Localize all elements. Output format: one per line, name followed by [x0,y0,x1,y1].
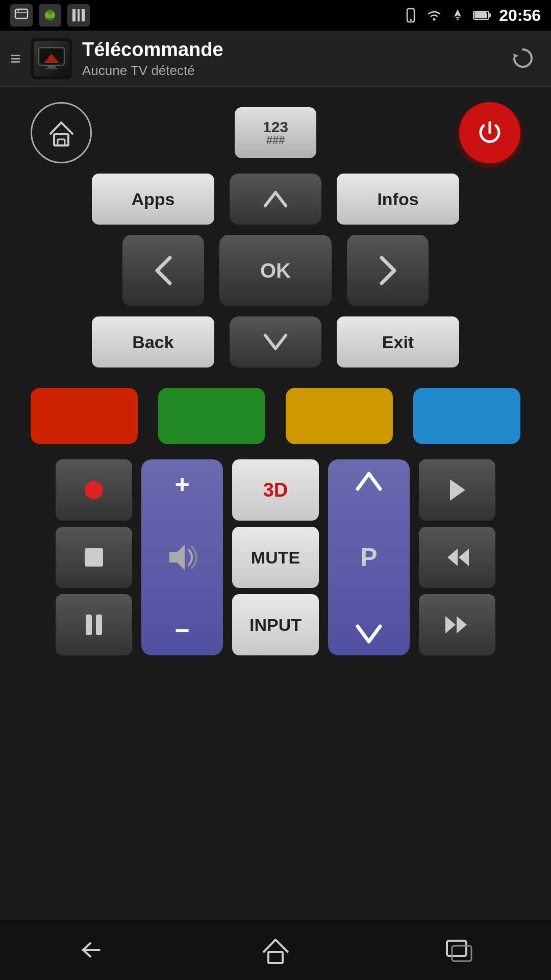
right-button[interactable] [347,235,429,306]
svg-point-2 [18,10,19,12]
col-media-left [56,459,132,655]
record-button[interactable] [56,459,132,521]
svg-rect-0 [15,9,28,18]
channel-p-label: P [360,543,377,572]
pause-icon [86,615,102,635]
svg-rect-14 [474,12,487,18]
back-button[interactable]: Back [92,316,214,368]
row-color-buttons [20,388,531,444]
svg-point-4 [47,10,53,15]
vol-minus-icon[interactable]: − [174,616,189,645]
left-button[interactable] [122,235,204,306]
3d-button[interactable]: 3D [232,459,319,521]
app-logo [31,38,72,79]
status-time: 20:56 [499,6,541,25]
svg-point-11 [410,19,412,21]
battery-icon [472,8,492,23]
down-button[interactable] [230,316,321,368]
volume-control[interactable]: + − [141,459,223,655]
svg-rect-23 [268,952,283,963]
red-button[interactable] [31,388,138,444]
stop-button[interactable] [56,527,132,588]
row-top: 123 ### [20,102,531,163]
blue-button[interactable] [413,388,520,444]
home-button[interactable] [31,102,92,163]
remote-control-area: 123 ### Apps Infos [0,87,551,671]
phone-icon [403,8,418,23]
channel-down-icon[interactable] [354,622,384,645]
channel-up-icon[interactable] [354,470,384,493]
menu-icon[interactable]: ≡ [10,48,21,69]
infos-button[interactable]: Infos [337,174,459,225]
app-subtitle: Aucune TV détecté [82,63,505,79]
status-app-icon-3 [67,4,90,27]
svg-point-12 [433,18,436,21]
app-header: ≡ Télécommande Aucune TV détecté [0,31,551,87]
volume-speaker-icon [164,540,200,575]
app-title: Télécommande [82,39,505,61]
green-button[interactable] [158,388,265,444]
col-media-right [419,459,495,655]
svg-rect-8 [72,9,73,21]
status-app-icon-2 [39,4,61,27]
record-icon [85,481,103,499]
status-bar-right: 20:56 [403,6,541,25]
rewind-button[interactable] [419,527,495,588]
header-text: Télécommande Aucune TV détecté [82,39,505,79]
pause-button[interactable] [56,594,132,655]
svg-rect-5 [73,9,76,21]
yellow-button[interactable] [286,388,393,444]
apps-button[interactable]: Apps [92,174,214,225]
nav-recents-button[interactable] [434,929,485,970]
svg-rect-18 [47,65,56,68]
row-nav-top: Apps Infos [20,174,531,225]
row-center: OK [20,235,531,306]
svg-rect-7 [82,9,84,21]
stop-icon [85,548,103,567]
airplane-icon [450,8,465,23]
row-bottom-controls: + − 3D MUTE INPUT [20,459,531,655]
wifi-icon [425,8,443,23]
bottom-nav-bar [0,919,551,980]
status-bar: 20:56 [0,0,551,31]
fastforward-button[interactable] [419,594,495,655]
col-center-btns: 3D MUTE INPUT [232,459,319,655]
status-bar-left [10,4,90,27]
svg-rect-6 [78,9,80,21]
channel-control[interactable]: P [328,459,410,655]
svg-rect-9 [84,9,85,21]
svg-rect-15 [489,13,491,17]
nav-back-button[interactable] [66,929,117,970]
exit-button[interactable]: Exit [337,316,459,368]
play-button[interactable] [419,459,495,521]
mute-button[interactable]: MUTE [232,527,319,588]
row-nav-bottom: Back Exit [20,316,531,368]
ok-button[interactable]: OK [219,235,332,306]
refresh-button[interactable] [505,41,541,77]
nav-home-button[interactable] [250,929,301,970]
up-button[interactable] [230,174,321,225]
vol-plus-icon[interactable]: + [174,470,189,499]
svg-rect-24 [447,941,466,956]
svg-rect-19 [45,68,58,69]
status-app-icon-1 [10,4,33,27]
power-button[interactable] [459,102,520,163]
numpad-button[interactable]: 123 ### [235,107,316,158]
svg-rect-25 [452,946,471,961]
input-button[interactable]: INPUT [232,594,319,655]
